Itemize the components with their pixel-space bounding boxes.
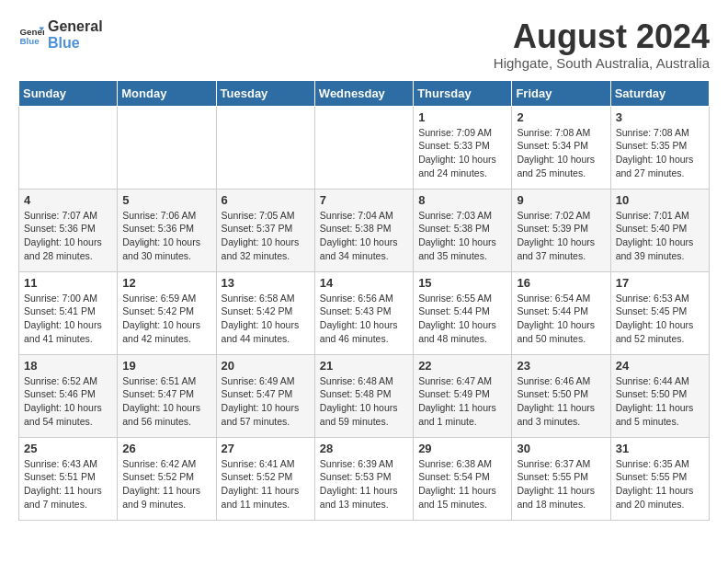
calendar-cell: 3Sunrise: 7:08 AM Sunset: 5:35 PM Daylig… [610,106,709,189]
logo-icon: General Blue [18,22,44,48]
calendar-cell: 24Sunrise: 6:44 AM Sunset: 5:50 PM Dayli… [610,354,709,437]
day-number: 1 [418,110,506,124]
calendar-cell: 6Sunrise: 7:05 AM Sunset: 5:37 PM Daylig… [216,189,314,271]
day-info: Sunrise: 6:47 AM Sunset: 5:49 PM Dayligh… [418,374,506,429]
calendar-cell: 17Sunrise: 6:53 AM Sunset: 5:45 PM Dayli… [610,271,709,354]
svg-text:Blue: Blue [19,36,40,46]
day-number: 31 [616,442,704,455]
day-info: Sunrise: 6:52 AM Sunset: 5:46 PM Dayligh… [24,374,112,429]
day-info: Sunrise: 6:38 AM Sunset: 5:54 PM Dayligh… [418,457,506,511]
calendar-cell: 7Sunrise: 7:04 AM Sunset: 5:38 PM Daylig… [314,189,413,271]
day-number: 5 [122,193,210,207]
day-number: 27 [222,442,310,455]
calendar-cell: 29Sunrise: 6:38 AM Sunset: 5:54 PM Dayli… [414,437,512,520]
day-info: Sunrise: 6:43 AM Sunset: 5:51 PM Dayligh… [24,457,112,511]
day-number: 28 [320,442,408,455]
calendar-cell: 23Sunrise: 6:46 AM Sunset: 5:50 PM Dayli… [512,354,610,437]
day-number: 24 [616,359,704,373]
calendar-week-4: 18Sunrise: 6:52 AM Sunset: 5:46 PM Dayli… [19,354,710,437]
day-info: Sunrise: 6:41 AM Sunset: 5:52 PM Dayligh… [222,457,310,511]
calendar-cell: 13Sunrise: 6:58 AM Sunset: 5:42 PM Dayli… [216,271,314,354]
calendar-cell: 25Sunrise: 6:43 AM Sunset: 5:51 PM Dayli… [19,437,118,520]
day-info: Sunrise: 6:37 AM Sunset: 5:55 PM Dayligh… [517,457,605,511]
day-info: Sunrise: 7:00 AM Sunset: 5:41 PM Dayligh… [24,292,112,346]
day-number: 23 [517,359,605,373]
calendar-cell: 15Sunrise: 6:55 AM Sunset: 5:44 PM Dayli… [414,271,512,354]
day-info: Sunrise: 6:35 AM Sunset: 5:55 PM Dayligh… [616,457,704,511]
calendar-table: SundayMondayTuesdayWednesdayThursdayFrid… [18,80,710,521]
calendar-week-2: 4Sunrise: 7:07 AM Sunset: 5:36 PM Daylig… [19,189,710,271]
day-info: Sunrise: 6:54 AM Sunset: 5:44 PM Dayligh… [517,292,605,346]
calendar-cell: 14Sunrise: 6:56 AM Sunset: 5:43 PM Dayli… [314,271,413,354]
calendar-cell: 9Sunrise: 7:02 AM Sunset: 5:39 PM Daylig… [512,189,610,271]
calendar-cell: 16Sunrise: 6:54 AM Sunset: 5:44 PM Dayli… [512,271,610,354]
day-info: Sunrise: 7:01 AM Sunset: 5:40 PM Dayligh… [616,209,704,263]
day-info: Sunrise: 7:02 AM Sunset: 5:39 PM Dayligh… [517,209,605,263]
day-info: Sunrise: 6:55 AM Sunset: 5:44 PM Dayligh… [418,292,506,346]
day-info: Sunrise: 7:07 AM Sunset: 5:36 PM Dayligh… [24,209,112,263]
logo: General Blue General Blue [18,18,103,52]
page-header: General Blue General Blue August 2024 Hi… [18,18,710,71]
calendar-cell: 4Sunrise: 7:07 AM Sunset: 5:36 PM Daylig… [19,189,118,271]
day-number: 2 [517,110,605,124]
day-header-monday: Monday [118,80,216,106]
day-number: 15 [418,276,506,290]
day-number: 19 [122,359,210,373]
day-number: 30 [517,442,605,455]
calendar-cell [118,106,216,189]
day-info: Sunrise: 6:48 AM Sunset: 5:48 PM Dayligh… [320,374,408,429]
day-info: Sunrise: 6:53 AM Sunset: 5:45 PM Dayligh… [616,292,704,346]
calendar-cell: 1Sunrise: 7:09 AM Sunset: 5:33 PM Daylig… [414,106,512,189]
calendar-cell: 10Sunrise: 7:01 AM Sunset: 5:40 PM Dayli… [610,189,709,271]
day-number: 18 [24,359,112,373]
day-number: 10 [616,193,704,207]
calendar-cell: 2Sunrise: 7:08 AM Sunset: 5:34 PM Daylig… [512,106,610,189]
logo-text-general: General [48,18,103,35]
day-info: Sunrise: 6:49 AM Sunset: 5:47 PM Dayligh… [222,374,310,429]
calendar-cell: 19Sunrise: 6:51 AM Sunset: 5:47 PM Dayli… [118,354,216,437]
calendar-cell: 18Sunrise: 6:52 AM Sunset: 5:46 PM Dayli… [19,354,118,437]
day-header-thursday: Thursday [414,80,512,106]
day-number: 21 [320,359,408,373]
day-number: 17 [616,276,704,290]
calendar-cell: 31Sunrise: 6:35 AM Sunset: 5:55 PM Dayli… [610,437,709,520]
day-info: Sunrise: 7:08 AM Sunset: 5:34 PM Dayligh… [517,126,605,180]
day-number: 3 [616,110,704,124]
day-number: 25 [24,442,112,455]
day-number: 11 [24,276,112,290]
day-header-friday: Friday [512,80,610,106]
calendar-cell [19,106,118,189]
day-number: 7 [320,193,408,207]
calendar-cell: 22Sunrise: 6:47 AM Sunset: 5:49 PM Dayli… [414,354,512,437]
day-number: 16 [517,276,605,290]
calendar-cell: 26Sunrise: 6:42 AM Sunset: 5:52 PM Dayli… [118,437,216,520]
day-number: 9 [517,193,605,207]
day-number: 26 [122,442,210,455]
calendar-cell: 21Sunrise: 6:48 AM Sunset: 5:48 PM Dayli… [314,354,413,437]
month-year: August 2024 [494,18,710,55]
day-number: 12 [122,276,210,290]
day-header-tuesday: Tuesday [216,80,314,106]
day-header-saturday: Saturday [610,80,709,106]
day-info: Sunrise: 6:44 AM Sunset: 5:50 PM Dayligh… [616,374,704,429]
day-number: 14 [320,276,408,290]
day-info: Sunrise: 7:06 AM Sunset: 5:36 PM Dayligh… [122,209,210,263]
day-number: 6 [222,193,310,207]
calendar-cell: 11Sunrise: 7:00 AM Sunset: 5:41 PM Dayli… [19,271,118,354]
calendar-cell: 12Sunrise: 6:59 AM Sunset: 5:42 PM Dayli… [118,271,216,354]
calendar-cell: 5Sunrise: 7:06 AM Sunset: 5:36 PM Daylig… [118,189,216,271]
day-number: 29 [418,442,506,455]
calendar-cell [314,106,413,189]
calendar-week-3: 11Sunrise: 7:00 AM Sunset: 5:41 PM Dayli… [19,271,710,354]
day-info: Sunrise: 7:09 AM Sunset: 5:33 PM Dayligh… [418,126,506,180]
day-info: Sunrise: 7:03 AM Sunset: 5:38 PM Dayligh… [418,209,506,263]
day-number: 22 [418,359,506,373]
day-number: 13 [222,276,310,290]
day-info: Sunrise: 6:51 AM Sunset: 5:47 PM Dayligh… [122,374,210,429]
calendar-cell: 27Sunrise: 6:41 AM Sunset: 5:52 PM Dayli… [216,437,314,520]
calendar-cell: 8Sunrise: 7:03 AM Sunset: 5:38 PM Daylig… [414,189,512,271]
day-info: Sunrise: 7:08 AM Sunset: 5:35 PM Dayligh… [616,126,704,180]
day-info: Sunrise: 6:39 AM Sunset: 5:53 PM Dayligh… [320,457,408,511]
day-info: Sunrise: 7:04 AM Sunset: 5:38 PM Dayligh… [320,209,408,263]
calendar-week-5: 25Sunrise: 6:43 AM Sunset: 5:51 PM Dayli… [19,437,710,520]
